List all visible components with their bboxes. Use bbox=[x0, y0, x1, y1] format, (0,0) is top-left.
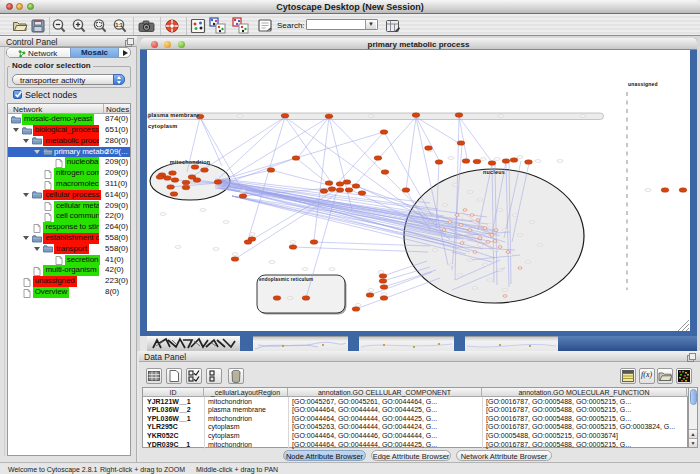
svg-text:1:1: 1:1 bbox=[115, 22, 122, 28]
svg-text:mitochondrion: mitochondrion bbox=[170, 159, 210, 165]
svg-text:unassigned: unassigned bbox=[628, 81, 658, 87]
svg-text:endoplasmic reticulum: endoplasmic reticulum bbox=[259, 277, 313, 282]
svg-text:cytoplasm: cytoplasm bbox=[148, 123, 177, 129]
svg-text:nucleus: nucleus bbox=[483, 169, 505, 175]
svg-text:plasma membrane: plasma membrane bbox=[148, 112, 200, 118]
